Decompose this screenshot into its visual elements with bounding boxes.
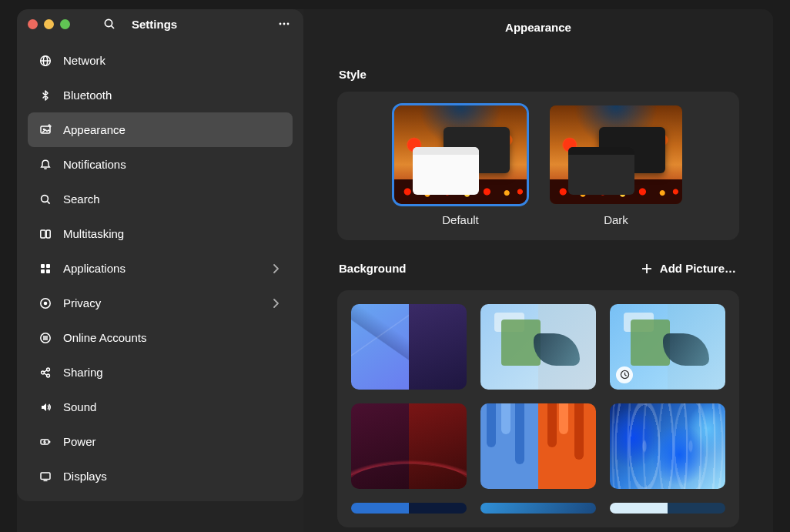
network-icon [38, 54, 52, 68]
sidebar-item-applications[interactable]: Applications [28, 251, 293, 286]
maximize-window-button[interactable] [60, 19, 70, 29]
power-icon [38, 435, 52, 449]
search-icon [103, 18, 115, 30]
section-header-background: Background Add Picture… [339, 257, 739, 279]
minimize-window-button[interactable] [44, 19, 54, 29]
wallpaper-partial-c[interactable] [610, 503, 725, 514]
appearance-icon [38, 123, 52, 137]
sidebar-item-sound[interactable]: Sound [28, 390, 293, 424]
style-label-default: Default [442, 213, 479, 226]
add-picture-button[interactable]: Add Picture… [638, 257, 739, 279]
style-card: Default Dark [337, 92, 739, 240]
sidebar-item-search[interactable]: Search [28, 182, 293, 216]
search-icon [38, 192, 52, 206]
sidebar-header: Settings [17, 9, 303, 38]
share-icon [38, 366, 52, 380]
sidebar-item-sharing[interactable]: Sharing [28, 355, 293, 390]
wallpaper-glass-green-blue[interactable] [610, 304, 725, 390]
sidebar-item-appearance[interactable]: Appearance [28, 112, 293, 147]
chevron-right-icon [269, 263, 282, 275]
sidebar-item-displays[interactable]: Displays [28, 459, 293, 494]
display-icon [38, 470, 52, 483]
sidebar-item-label: Displays [63, 470, 282, 483]
apps-icon [38, 262, 52, 276]
bell-icon [38, 158, 52, 172]
style-option-default[interactable]: Default [394, 105, 527, 226]
sidebar-item-label: Multitasking [63, 227, 282, 240]
svg-point-4 [287, 23, 290, 25]
svg-point-0 [105, 19, 112, 26]
sidebar-item-label: Privacy [63, 296, 259, 309]
svg-point-2 [280, 23, 282, 25]
sidebar-title: Settings [132, 18, 265, 31]
sidebar-item-label: Online Accounts [63, 331, 282, 344]
sidebar: Settings NetworkBluetoothAppearanceNotif… [17, 9, 303, 501]
sidebar-item-label: Notifications [63, 158, 282, 171]
sound-icon [38, 400, 52, 414]
sidebar-item-label: Search [63, 192, 282, 206]
style-options: Default Dark [351, 105, 725, 226]
style-thumb-dark[interactable] [550, 105, 682, 204]
sidebar-item-power[interactable]: Power [28, 424, 293, 459]
sidebar-item-label: Sound [63, 400, 282, 413]
main-menu-button[interactable] [271, 11, 297, 37]
sidebar-item-multitasking[interactable]: Multitasking [28, 216, 293, 251]
wallpaper-hexes-blue-purple[interactable] [351, 304, 467, 390]
sidebar-item-bluetooth[interactable]: Bluetooth [28, 78, 293, 112]
dynamic-wallpaper-icon [616, 366, 633, 383]
background-card [337, 290, 739, 527]
style-thumb-default[interactable] [394, 105, 527, 204]
sidebar-item-label: Sharing [63, 366, 282, 379]
section-title-background: Background [339, 262, 407, 275]
page-title: Appearance [303, 9, 773, 45]
svg-line-1 [112, 26, 115, 29]
sidebar-item-network[interactable]: Network [28, 43, 293, 78]
style-option-dark[interactable]: Dark [550, 105, 682, 226]
svg-point-3 [283, 23, 286, 25]
bluetooth-icon [38, 89, 52, 102]
sidebar-item-notifications[interactable]: Notifications [28, 147, 293, 182]
accounts-icon [38, 331, 52, 345]
sidebar-nav: NetworkBluetoothAppearanceNotificationsS… [17, 38, 303, 501]
sidebar-item-label: Power [63, 435, 282, 448]
sidebar-item-privacy[interactable]: Privacy [28, 286, 293, 320]
plus-icon [641, 263, 652, 274]
sidebar-item-label: Appearance [63, 123, 282, 136]
sidebar-item-label: Bluetooth [63, 89, 282, 102]
wallpaper-drips-blue-orange[interactable] [480, 403, 596, 489]
section-title-style: Style [339, 68, 739, 81]
wallpaper-marble-blue[interactable] [610, 403, 725, 489]
style-label-dark: Dark [604, 213, 628, 226]
close-window-button[interactable] [28, 19, 38, 29]
page-body: Style Default [303, 45, 773, 532]
sidebar-item-online-accounts[interactable]: Online Accounts [28, 320, 293, 355]
search-button[interactable] [96, 11, 122, 37]
window-controls [23, 19, 70, 29]
wallpaper-glass-green-light[interactable] [480, 304, 596, 390]
add-picture-label: Add Picture… [660, 262, 736, 275]
settings-window: Settings NetworkBluetoothAppearanceNotif… [17, 9, 773, 532]
wallpaper-partial-b[interactable] [480, 503, 596, 514]
content: Appearance Style Default [303, 9, 773, 532]
wallpaper-waves-magenta-red[interactable] [351, 403, 467, 489]
kebab-icon [278, 18, 290, 30]
wallpaper-grid [351, 304, 725, 514]
chevron-right-icon [269, 297, 282, 309]
wallpaper-partial-a[interactable] [351, 503, 467, 514]
sidebar-item-label: Applications [63, 262, 259, 275]
sidebar-item-label: Network [63, 54, 282, 67]
privacy-icon [38, 296, 52, 310]
multitask-icon [38, 227, 52, 241]
